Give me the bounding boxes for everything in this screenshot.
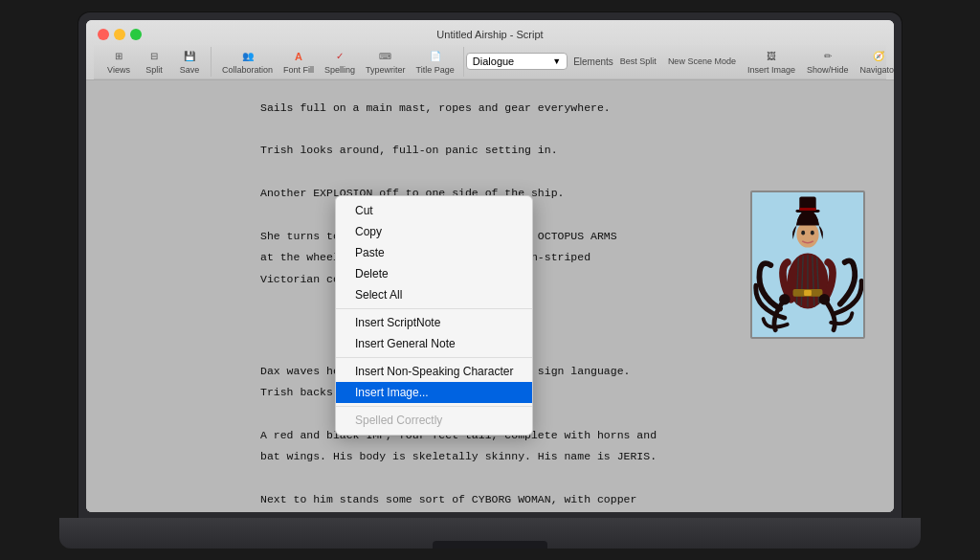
elements-label: Elements [573,56,613,67]
svg-point-11 [811,230,814,235]
toolbar-center: Dialogue ▼ Elements [466,53,613,70]
script-line [260,121,720,138]
collaboration-icon: 👥 [238,49,257,64]
svg-point-9 [796,221,818,247]
script-line: Trish looks around, full-on panic settin… [260,142,720,159]
menu-divider-1 [336,308,532,309]
new-scene-mode-label: New Scene Mode [668,56,736,66]
save-icon: 💾 [180,49,199,64]
close-button[interactable] [98,29,109,40]
best-split-button[interactable]: Best Split [615,55,661,68]
maximize-button[interactable] [130,29,142,40]
menu-divider-3 [336,406,532,407]
script-line [260,470,720,487]
screen: Untitled Airship - Script ⊞ Views ⊟ Spli… [86,20,894,512]
typewriter-label: Typewriter [366,65,406,75]
title-page-icon: 📄 [426,49,445,64]
illustration-image [750,190,865,339]
menu-item-select-all[interactable]: Select All [336,284,532,305]
spelling-icon: ✓ [330,49,349,64]
mac-window: Untitled Airship - Script ⊞ Views ⊟ Spli… [86,20,894,512]
split-icon: ⊟ [145,49,164,64]
typewriter-button[interactable]: ⌨ Typewriter [361,47,411,77]
toolbar-group-view: ⊞ Views ⊟ Split 💾 Save [98,47,212,77]
font-fill-button[interactable]: A Font Fill [278,47,319,77]
title-page-label: Title Page [416,65,455,75]
views-label: Views [107,65,130,75]
svg-point-10 [801,230,805,235]
insert-image-icon: 🖼 [762,49,781,64]
navigator-icon: 🧭 [869,49,888,64]
script-line: Sails full on a main mast, ropes and gea… [260,100,720,117]
menu-item-cut[interactable]: Cut [336,200,532,221]
show-hide-icon: ✏ [818,49,837,64]
menu-item-delete[interactable]: Delete [336,263,532,284]
script-line: bat wings. His body is skeletally skinny… [260,448,720,465]
toolbar-right: Best Split New Scene Mode 🖼 Insert Image… [615,47,894,77]
insert-image-toolbar-button[interactable]: 🖼 Insert Image [743,47,800,77]
script-line: Next to him stands some sort of CYBORG W… [260,491,720,508]
split-label: Split [145,65,163,75]
spelling-button[interactable]: ✓ Spelling [320,47,360,77]
typewriter-icon: ⌨ [376,49,395,64]
menu-item-insert-non-speaking[interactable]: Insert Non-Speaking Character [336,361,532,382]
toolbar-group-collab: 👥 Collaboration A Font Fill ✓ Spelling [213,47,464,77]
menu-item-insert-image[interactable]: Insert Image... [336,382,532,403]
navigator-label: Navigator [859,65,894,75]
toolbar: ⊞ Views ⊟ Split 💾 Save [94,45,886,79]
navigator-button[interactable]: 🧭 Navigator [855,47,894,77]
split-button[interactable]: ⊟ Split [137,47,171,77]
element-selector[interactable]: Dialogue ▼ [466,53,568,70]
collaboration-button[interactable]: 👥 Collaboration [217,47,278,77]
save-label: Save [180,65,200,75]
new-scene-mode-button[interactable]: New Scene Mode [663,55,741,68]
spelling-label: Spelling [324,65,355,75]
script-line [260,164,720,181]
menu-item-spelled-correctly: Spelled Correctly [336,410,532,431]
svg-rect-14 [799,208,815,211]
script-page[interactable]: Sails full on a main mast, ropes and gea… [86,80,894,512]
menu-item-copy[interactable]: Copy [336,221,532,242]
laptop-base [59,518,921,549]
element-arrow: ▼ [552,56,561,66]
collaboration-label: Collaboration [222,65,273,75]
menu-divider-2 [336,357,532,358]
menu-item-paste[interactable]: Paste [336,242,532,263]
minimize-button[interactable] [114,29,125,40]
svg-rect-8 [804,290,812,296]
font-fill-icon: A [289,49,308,64]
menu-item-insert-scriptnote[interactable]: Insert ScriptNote [336,312,532,333]
content-area: Sails full on a main mast, ropes and gea… [86,80,894,512]
window-title: Untitled Airship - Script [436,29,543,40]
show-hide-button[interactable]: ✏ Show/Hide [802,47,854,77]
menu-item-insert-general-note[interactable]: Insert General Note [336,333,532,354]
save-button[interactable]: 💾 Save [172,47,207,77]
title-bar: Untitled Airship - Script ⊞ Views ⊟ Spli… [86,20,894,80]
best-split-label: Best Split [620,56,657,66]
insert-image-label: Insert Image [747,65,795,75]
views-icon: ⊞ [109,49,128,64]
window-controls [98,29,142,40]
screen-bezel: Untitled Airship - Script ⊞ Views ⊟ Spli… [78,12,902,520]
show-hide-label: Show/Hide [807,65,849,75]
views-button[interactable]: ⊞ Views [101,47,136,77]
element-value: Dialogue [473,56,514,67]
laptop-shell: Untitled Airship - Script ⊞ Views ⊟ Spli… [59,12,921,549]
title-page-button[interactable]: 📄 Title Page [412,47,459,77]
context-menu: Cut Copy Paste Delete Select All Insert … [335,195,533,436]
font-fill-label: Font Fill [283,65,314,75]
laptop-notch [433,541,547,549]
